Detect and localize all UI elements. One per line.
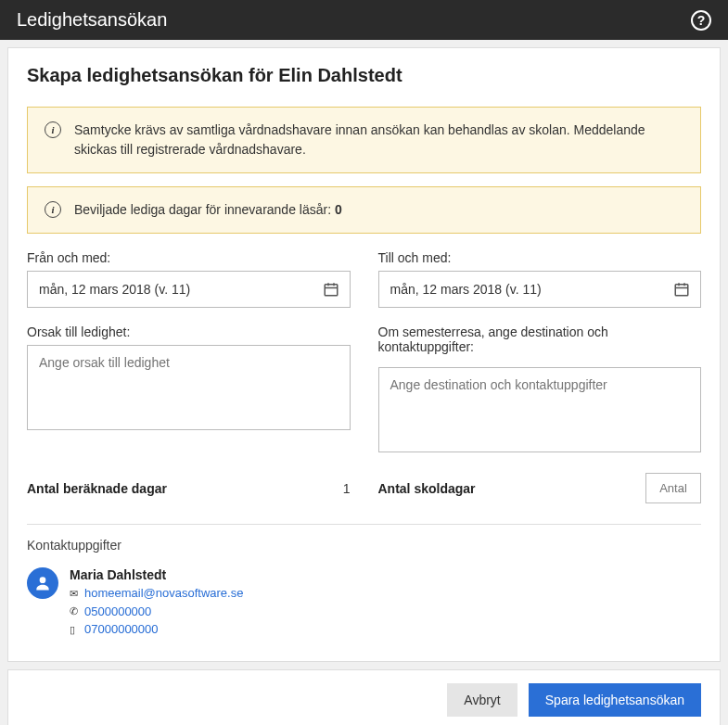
calc-days-value: 1 [343, 481, 351, 496]
app-title: Ledighetsansökan [17, 9, 167, 31]
consent-alert: i Samtycke krävs av samtliga vårdnadshav… [27, 107, 701, 173]
school-days-input[interactable] [645, 473, 701, 503]
avatar [27, 567, 58, 599]
contact-name: Maria Dahlstedt [70, 567, 243, 582]
to-date-label: Till och med: [378, 250, 702, 265]
granted-days-alert: i Beviljade lediga dagar för innevarande… [27, 186, 701, 234]
destination-textarea[interactable] [378, 367, 702, 452]
contact-mobile-link[interactable]: 07000000000 [84, 620, 159, 639]
save-button[interactable]: Spara ledighetsansökan [529, 683, 701, 717]
cancel-button[interactable]: Avbryt [447, 683, 517, 717]
divider [27, 524, 701, 525]
consent-text: Samtycke krävs av samtliga vårdnadshavar… [74, 121, 683, 159]
info-icon: i [45, 121, 61, 138]
destination-label: Om semesterresa, ange destination och ko… [378, 324, 702, 362]
svg-point-8 [40, 577, 46, 583]
contact-phone-link[interactable]: 0500000000 [84, 603, 151, 621]
phone-icon: ✆ [70, 604, 81, 619]
to-date-input[interactable] [379, 282, 664, 297]
calc-days-label: Antal beräknade dagar [27, 481, 167, 496]
to-date-input-wrap[interactable] [378, 271, 702, 308]
from-date-group: Från och med: [27, 250, 351, 308]
mobile-icon: ▯ [70, 622, 81, 638]
form-card: Skapa ledighetsansökan för Elin Dahlsted… [7, 47, 721, 662]
footer-bar: Avbryt Spara ledighetsansökan [7, 669, 721, 726]
mail-icon: ✉ [70, 586, 81, 602]
contact-details: Maria Dahlstedt ✉ homeemail@novasoftware… [70, 567, 243, 639]
calendar-icon[interactable] [313, 272, 350, 307]
from-date-input-wrap[interactable] [27, 271, 351, 308]
svg-rect-4 [675, 285, 688, 296]
titlebar: Ledighetsansökan ? [0, 0, 728, 40]
contact-phone-line: ✆ 0500000000 [70, 603, 243, 621]
page-title: Skapa ledighetsansökan för Elin Dahlsted… [27, 65, 701, 86]
calendar-icon[interactable] [663, 272, 700, 307]
contacts-title: Kontaktuppgifter [27, 538, 701, 553]
reason-group: Orsak till ledighet: [27, 324, 351, 456]
help-icon[interactable]: ? [691, 10, 711, 31]
content-wrap: Skapa ledighetsansökan för Elin Dahlsted… [0, 40, 728, 725]
from-date-label: Från och med: [27, 250, 351, 265]
reason-label: Orsak till ledighet: [27, 324, 351, 339]
contact-email-line: ✉ homeemail@novasoftware.se [70, 584, 243, 603]
contact-mobile-line: ▯ 07000000000 [70, 620, 243, 639]
calc-days-row: Antal beräknade dagar 1 [27, 473, 351, 503]
destination-group: Om semesterresa, ange destination och ko… [378, 324, 702, 456]
to-date-group: Till och med: [378, 250, 702, 308]
from-date-input[interactable] [28, 282, 313, 297]
info-icon: i [45, 201, 61, 218]
granted-days-text: Beviljade lediga dagar för innevarande l… [74, 200, 342, 220]
svg-rect-0 [325, 285, 338, 296]
school-days-label: Antal skoldagar [378, 481, 476, 496]
contact-email-link[interactable]: homeemail@novasoftware.se [84, 584, 243, 603]
school-days-row: Antal skoldagar [378, 473, 702, 503]
contact-block: Maria Dahlstedt ✉ homeemail@novasoftware… [27, 567, 701, 639]
form-grid: Från och med: Till och med: [27, 250, 701, 503]
reason-textarea[interactable] [27, 345, 351, 430]
